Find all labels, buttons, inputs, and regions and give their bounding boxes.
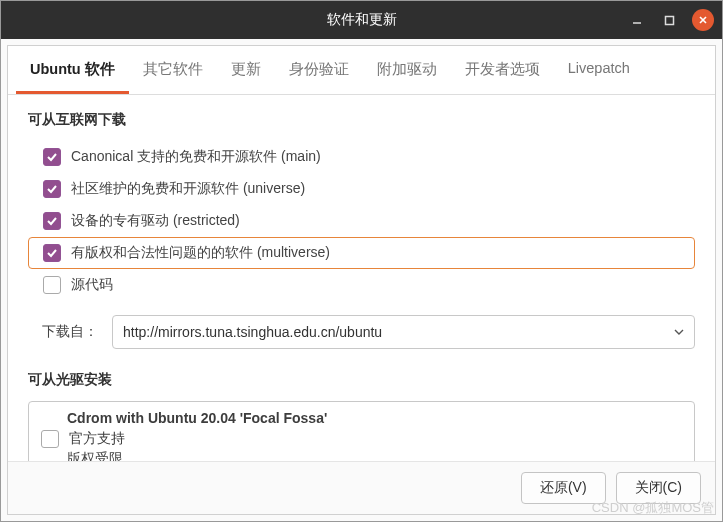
check-icon (46, 183, 58, 195)
label-official: 官方支持 (69, 430, 125, 448)
checkbox-universe[interactable] (43, 180, 61, 198)
svg-rect-1 (665, 16, 673, 24)
download-server-value: http://mirrors.tuna.tsinghua.edu.cn/ubun… (123, 324, 382, 340)
chevron-down-icon (674, 329, 684, 335)
cdrom-box: Cdrom with Ubuntu 20.04 'Focal Fossa' 官方… (28, 401, 695, 461)
window: 软件和更新 Ubuntu 软件 其它软件 更新 身份验证 附加驱动 开发者选项 … (0, 0, 723, 522)
window-title: 软件和更新 (327, 11, 397, 29)
cdrom-official-row[interactable]: 官方支持 (41, 430, 682, 448)
close-dialog-button[interactable]: 关闭(C) (616, 472, 701, 504)
tab-other-software[interactable]: 其它软件 (129, 46, 217, 94)
tab-developer-options[interactable]: 开发者选项 (451, 46, 554, 94)
content: Ubuntu 软件 其它软件 更新 身份验证 附加驱动 开发者选项 Livepa… (7, 45, 716, 515)
section-internet-title: 可从互联网下载 (28, 111, 695, 129)
checkbox-official[interactable] (41, 430, 59, 448)
revert-button[interactable]: 还原(V) (521, 472, 606, 504)
row-restricted[interactable]: 设备的专有驱动 (restricted) (28, 205, 695, 237)
tab-bar: Ubuntu 软件 其它软件 更新 身份验证 附加驱动 开发者选项 Livepa… (8, 46, 715, 95)
label-restricted: 设备的专有驱动 (restricted) (71, 212, 240, 230)
row-universe[interactable]: 社区维护的免费和开源软件 (universe) (28, 173, 695, 205)
tab-authentication[interactable]: 身份验证 (275, 46, 363, 94)
minimize-icon (631, 14, 643, 26)
tab-livepatch[interactable]: Livepatch (554, 46, 644, 94)
label-multiverse: 有版权和合法性问题的的软件 (multiverse) (71, 244, 330, 262)
label-universe: 社区维护的免费和开源软件 (universe) (71, 180, 305, 198)
cdrom-title: Cdrom with Ubuntu 20.04 'Focal Fossa' (67, 410, 682, 426)
download-label: 下载自： (42, 323, 98, 341)
maximize-icon (664, 15, 675, 26)
section-cdrom: 可从光驱安装 Cdrom with Ubuntu 20.04 'Focal Fo… (28, 371, 695, 461)
check-icon (46, 215, 58, 227)
window-controls (628, 9, 714, 31)
checkbox-main[interactable] (43, 148, 61, 166)
row-main[interactable]: Canonical 支持的免费和开源软件 (main) (28, 141, 695, 173)
maximize-button[interactable] (660, 11, 678, 29)
close-button[interactable] (692, 9, 714, 31)
checkbox-restricted[interactable] (43, 212, 61, 230)
footer: 还原(V) 关闭(C) (8, 461, 715, 514)
panel: 可从互联网下载 Canonical 支持的免费和开源软件 (main) 社区维护… (8, 95, 715, 461)
close-icon (698, 15, 708, 25)
download-row: 下载自： http://mirrors.tuna.tsinghua.edu.cn… (28, 315, 695, 349)
check-icon (46, 151, 58, 163)
checkbox-source[interactable] (43, 276, 61, 294)
tab-updates[interactable]: 更新 (217, 46, 275, 94)
download-server-dropdown[interactable]: http://mirrors.tuna.tsinghua.edu.cn/ubun… (112, 315, 695, 349)
cdrom-restricted-label: 版权受限 (67, 450, 682, 461)
minimize-button[interactable] (628, 11, 646, 29)
label-source: 源代码 (71, 276, 113, 294)
checkbox-multiverse[interactable] (43, 244, 61, 262)
titlebar: 软件和更新 (1, 1, 722, 39)
tab-additional-drivers[interactable]: 附加驱动 (363, 46, 451, 94)
label-main: Canonical 支持的免费和开源软件 (main) (71, 148, 321, 166)
section-cdrom-title: 可从光驱安装 (28, 371, 695, 389)
row-source[interactable]: 源代码 (28, 269, 695, 301)
row-multiverse[interactable]: 有版权和合法性问题的的软件 (multiverse) (28, 237, 695, 269)
tab-ubuntu-software[interactable]: Ubuntu 软件 (16, 46, 129, 94)
check-icon (46, 247, 58, 259)
